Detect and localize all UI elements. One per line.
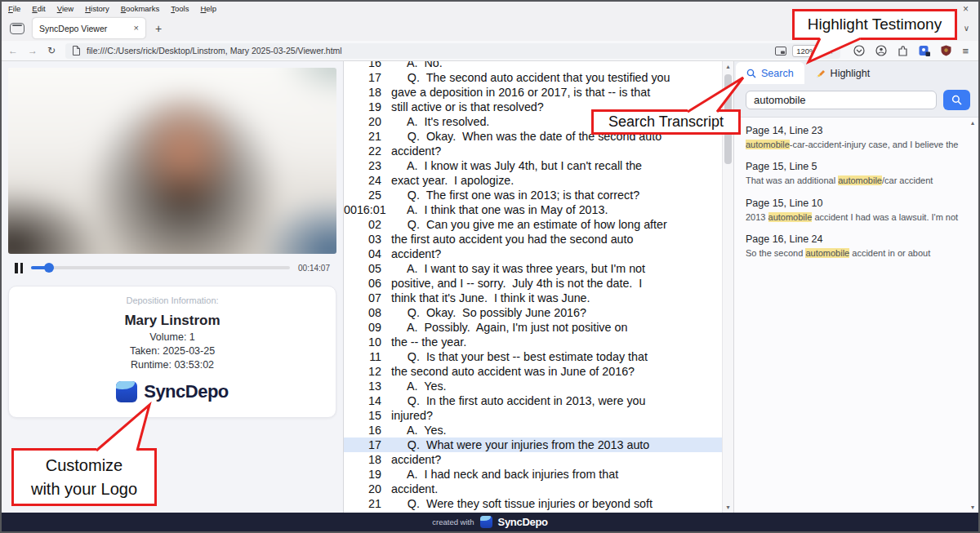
transcript-line[interactable]: 05 A. I want to say it was three years, … [344,261,722,276]
results-scroll-up-icon[interactable]: ▴ [971,119,974,127]
url-bar[interactable]: file:///C:/Users/rick/Desktop/Linstrom, … [65,43,840,59]
transcript-line[interactable]: 10 the -- the year. [344,335,722,349]
transcript-line[interactable]: 25 Q. The first one was in 2013; is that… [344,188,722,202]
transcript-line[interactable]: 18 gave a deposition in 2016 or 2017, is… [344,85,722,100]
transcript-line[interactable]: 19 A. I had neck and back injuries from … [344,467,722,482]
picture-in-picture-icon[interactable] [775,47,786,56]
back-icon[interactable]: ← [8,46,18,56]
transcript-line[interactable]: 23 A. I know it was July 4th, but I can'… [344,158,722,173]
line-number: 20 [344,482,391,496]
app-menu-icon[interactable]: ≡ [962,46,969,56]
transcript-line[interactable]: 13 A. Yes. [344,379,722,393]
transcript-line[interactable]: 22 accident? [344,144,722,158]
scroll-down-icon[interactable]: ▾ [726,504,729,511]
menu-item[interactable]: Edit [32,4,45,13]
url-text: file:///C:/Users/rick/Desktop/Linstrom, … [87,46,769,56]
line-number: 23 [344,158,391,173]
transcript-line[interactable]: 08 Q. Okay. So possibly June 2016? [344,305,722,320]
result-location: Page 14, Line 23 [746,125,962,136]
line-number: 16 [344,61,391,70]
line-text: A. I know it was July 4th, but I can't r… [391,158,642,173]
results-scroll-down-icon[interactable]: ▾ [971,504,974,511]
tab-highlight[interactable]: Highlight [804,62,881,84]
callout-logo-line2: with your Logo [31,477,137,501]
scroll-up-icon[interactable]: ▴ [726,63,729,70]
menu-item[interactable]: Bookmarks [121,4,160,13]
tab-search[interactable]: Search [736,62,804,84]
new-tab-button[interactable]: + [155,23,162,34]
seek-thumb[interactable] [44,263,54,273]
search-result[interactable]: Page 15, Line 5 That was an additional a… [746,161,962,186]
transcript-line[interactable]: 11 Q. Is that your best -- best estimate… [344,349,722,364]
shield-extension-icon[interactable] [941,45,951,56]
line-number: 07 [344,291,391,305]
transcript-line[interactable]: 03 the first auto accident you had the s… [344,232,722,247]
transcript-line[interactable]: 09 A. Possibly. Again, I'm just not posi… [344,320,722,335]
search-input[interactable] [746,91,937,109]
line-text: think that it's June. I think it was Jun… [391,291,590,305]
snippet-match: automobile [805,248,849,258]
menu-item[interactable]: Tools [171,4,189,13]
password-manager-extension-icon[interactable] [919,45,930,56]
transcript-line[interactable]: 02 Q. Can you give me an estimate of how… [344,217,722,232]
transcript-line[interactable]: 21 Q. Were they soft tissue injuries or … [344,496,722,511]
pocket-icon[interactable] [853,45,865,56]
transcript-line[interactable]: 17 Q. What were your injuries from the 2… [344,438,722,452]
transcript-line[interactable]: 14 Q. In the first auto accident in 2013… [344,393,722,408]
line-number: 18 [344,452,391,467]
list-tabs-chevron-icon[interactable]: ∨ [964,24,973,33]
transcript-line[interactable]: 12 the second auto accident was in June … [344,364,722,379]
transcript-line[interactable]: 16 A. No. [344,61,722,70]
search-result[interactable]: Page 15, Line 10 2013 automobile acciden… [746,198,962,223]
line-number: 13 [344,379,391,393]
video-controls: 00:14:07 [8,258,336,278]
footer-syncdepo-logo-icon [480,516,492,528]
callout-highlight-testimony: Highlight Testimony [792,9,957,40]
line-text: the second auto accident was in June of … [391,364,635,379]
result-snippet: That was an additional automobile/car ac… [746,175,962,186]
results-scrollbar[interactable]: ▴ ▾ [967,118,978,513]
zoom-level-indicator[interactable]: 120% [792,45,820,57]
tab-close-icon[interactable]: × [134,24,139,33]
account-icon[interactable] [875,45,887,56]
seek-slider[interactable] [31,266,290,269]
menu-item[interactable]: Help [200,4,216,13]
menu-item[interactable]: File [8,4,20,13]
search-result[interactable]: Page 14, Line 23 automobile-car-accident… [746,125,962,150]
menu-item[interactable]: History [85,4,109,13]
transcript-line[interactable]: 04 accident? [344,247,722,261]
transcript-line[interactable]: 07 think that it's June. I think it was … [344,291,722,305]
firefox-view-icon[interactable] [10,23,24,34]
footer-bar: created with SyncDepo [2,513,978,531]
deposition-runtime: Runtime: 03:53:02 [9,359,336,371]
window-close-icon[interactable]: × [963,4,972,14]
browser-tab[interactable]: SyncDepo Viewer × [33,18,145,38]
snippet-pre: So the second [746,248,805,258]
footer-syncdepo-wordmark: SyncDepo [498,516,548,528]
forward-icon[interactable]: → [28,46,38,56]
transcript-line[interactable]: 22 tissue injuries? [344,511,722,513]
search-button[interactable] [943,90,970,110]
transcript-line[interactable]: 17 Q. The second auto accident that you … [344,70,722,85]
search-result[interactable]: Page 16, Line 24 So the second automobil… [746,233,962,259]
pause-button[interactable] [15,263,23,273]
transcript-line[interactable]: 24 exact year. I apologize. [344,173,722,188]
highlighter-icon [815,68,826,78]
result-snippet: So the second automobile accident in or … [746,247,962,259]
menu-item[interactable]: View [57,4,74,13]
line-number: 16 [344,423,391,438]
transcript-line[interactable]: 06 positive, and I -- sorry. July 4th is… [344,276,722,291]
created-with-label: created with [432,517,474,526]
transcript-line[interactable]: 18 accident? [344,452,722,467]
transcript-line[interactable]: 16 A. Yes. [344,423,722,438]
reload-icon[interactable]: ↻ [47,46,56,56]
line-text: Q. The second auto accident that you tes… [391,70,670,85]
transcript-line[interactable]: 20 accident. [344,482,722,496]
transcript-line[interactable]: 0016:01 A. I think that one was in May o… [344,202,722,217]
extensions-icon[interactable] [898,45,908,56]
transcript-line[interactable]: 15 injured? [344,408,722,423]
deposition-video[interactable] [8,68,336,254]
line-text: A. Yes. [391,379,447,393]
bookmark-star-icon[interactable]: ☆ [826,46,835,56]
line-text: A. Possibly. Again, I'm just not positiv… [391,320,627,335]
